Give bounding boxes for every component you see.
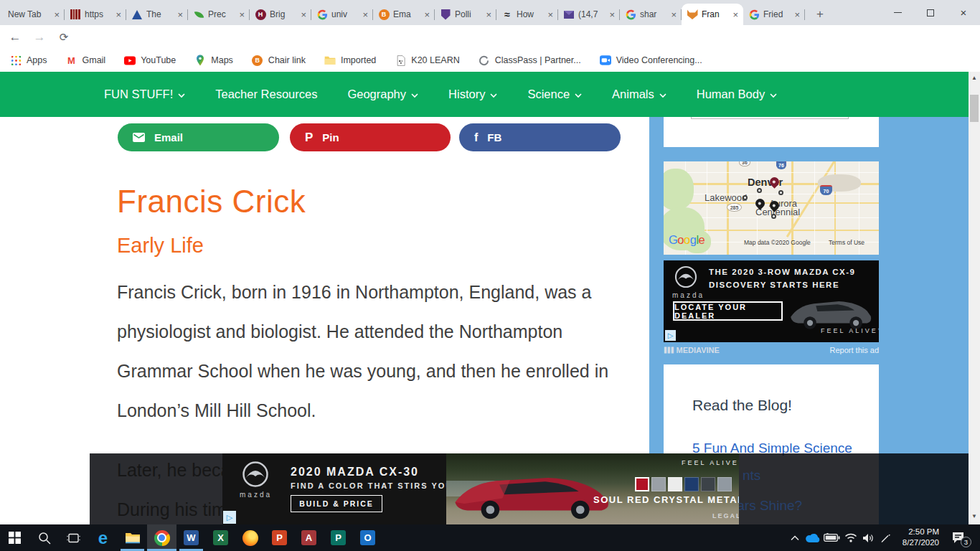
battery-icon[interactable]: [822, 524, 841, 551]
color-swatch[interactable]: [701, 477, 715, 491]
legal-link[interactable]: LEGAL: [712, 512, 739, 519]
taskbar-chrome-icon[interactable]: [147, 524, 176, 551]
bookmark-video-conferencing-[interactable]: Video Conferencing...: [600, 55, 702, 66]
maroon-h-icon: H: [255, 9, 266, 20]
color-swatch[interactable]: [684, 477, 699, 491]
taskbar-task-view-icon[interactable]: [59, 524, 88, 551]
taskbar-outlook-icon[interactable]: O: [353, 524, 382, 551]
scrollbar-thumb[interactable]: [970, 95, 979, 122]
taskbar-excel-icon[interactable]: X: [206, 524, 235, 551]
taskbar-edge-icon[interactable]: e: [88, 524, 118, 551]
browser-tab[interactable]: (14,7×: [558, 4, 620, 25]
back-icon[interactable]: ←: [6, 28, 24, 47]
map-marker-icon[interactable]: [778, 190, 783, 195]
taskbar-word-icon[interactable]: W: [176, 524, 206, 551]
build-price-button[interactable]: BUILD & PRICE: [291, 495, 382, 512]
google-logo[interactable]: Google: [669, 233, 705, 247]
tab-close-icon[interactable]: ×: [362, 10, 368, 19]
browser-tab[interactable]: The×: [126, 4, 188, 25]
adchoices-icon[interactable]: ▷: [223, 511, 236, 524]
taskbar-publisher-icon[interactable]: P: [324, 524, 353, 551]
map-terms-link[interactable]: Terms of Use: [829, 239, 864, 246]
bookmark-youtube[interactable]: YouTube: [124, 55, 176, 66]
onedrive-icon[interactable]: [804, 524, 822, 551]
taskbar-start-icon[interactable]: [0, 524, 29, 551]
taskbar-powerpoint-icon[interactable]: P: [265, 524, 294, 551]
browser-tab[interactable]: Prec×: [188, 4, 250, 25]
taskbar-firefox-icon[interactable]: [235, 524, 265, 551]
browser-tab[interactable]: HBrig×: [250, 4, 311, 25]
tab-close-icon[interactable]: ×: [732, 10, 738, 19]
window-close-button[interactable]: ×: [947, 0, 980, 25]
tab-close-icon[interactable]: ×: [609, 10, 615, 19]
blog-link-fragment[interactable]: nts: [743, 468, 760, 484]
map-ad[interactable]: DenverLakewoodAuroraCentennial367670285G…: [664, 161, 879, 255]
share-pin-button[interactable]: PPin: [290, 123, 451, 151]
tab-close-icon[interactable]: ×: [54, 10, 60, 19]
taskbar-file-explorer-icon[interactable]: [118, 524, 147, 551]
adchoices-icon[interactable]: ▷: [665, 330, 676, 341]
hidden-icons-chevron-icon[interactable]: [788, 524, 802, 551]
window-maximize-button[interactable]: [914, 0, 947, 25]
map-marker-icon[interactable]: [757, 188, 762, 193]
nav-item-label: Science: [527, 88, 570, 101]
taskbar-access-icon[interactable]: A: [294, 524, 324, 551]
browser-tab[interactable]: https×: [65, 4, 126, 25]
browser-tab[interactable]: shar×: [620, 4, 682, 25]
tab-close-icon[interactable]: ×: [301, 10, 306, 19]
tab-close-icon[interactable]: ×: [794, 10, 800, 19]
volume-icon[interactable]: [859, 524, 877, 551]
color-swatch[interactable]: [668, 477, 682, 491]
browser-tab[interactable]: Fried×: [743, 4, 805, 25]
color-swatch[interactable]: [651, 477, 666, 491]
browser-tab[interactable]: Polli×: [435, 4, 496, 25]
map-marker-icon[interactable]: [743, 195, 748, 200]
nav-item-science[interactable]: Science: [527, 88, 582, 101]
tab-close-icon[interactable]: ×: [239, 10, 245, 19]
tab-close-icon[interactable]: ×: [177, 10, 183, 19]
taskbar-search-icon[interactable]: [29, 524, 59, 551]
locate-dealer-button[interactable]: LOCATE YOUR DEALER: [673, 301, 783, 321]
nav-item-geography[interactable]: Geography: [347, 88, 418, 101]
mazda-cx30-banner-ad[interactable]: mazda 2020 MAZDA CX-30 FIND A COLOR THAT…: [222, 453, 739, 524]
browser-tab[interactable]: Fran×: [682, 4, 743, 25]
bookmark-maps[interactable]: Maps: [194, 55, 233, 66]
tab-close-icon[interactable]: ×: [486, 10, 491, 19]
scroll-down-icon[interactable]: ▼: [969, 513, 980, 519]
nav-item-human-body[interactable]: Human Body: [697, 88, 777, 101]
bookmark-chair-link[interactable]: BChair link: [252, 55, 306, 66]
taskbar-clock[interactable]: 2:50 PM 8/27/2020: [892, 527, 939, 548]
browser-tab[interactable]: ≈How×: [496, 4, 558, 25]
report-this-ad-link[interactable]: Report this ad: [830, 346, 879, 354]
nav-item-history[interactable]: History: [448, 88, 497, 101]
scroll-up-icon[interactable]: ▲: [969, 75, 980, 81]
nav-item-animals[interactable]: Animals: [612, 88, 666, 101]
browser-tab[interactable]: BEma×: [373, 4, 435, 25]
tab-close-icon[interactable]: ×: [671, 10, 677, 19]
share-fb-button[interactable]: fFB: [459, 123, 621, 151]
window-minimize-button[interactable]: [881, 0, 914, 25]
share-email-button[interactable]: Email: [118, 123, 279, 151]
color-swatch[interactable]: [717, 477, 732, 491]
color-swatch[interactable]: [635, 477, 649, 491]
wifi-icon[interactable]: [842, 524, 859, 551]
blog-link-fragment[interactable]: tars Shine?: [733, 498, 802, 514]
new-tab-button[interactable]: +: [811, 5, 829, 24]
tab-close-icon[interactable]: ×: [424, 10, 430, 19]
bookmark-gmail[interactable]: MGmail: [66, 55, 106, 66]
tab-close-icon[interactable]: ×: [116, 10, 121, 19]
page-scrollbar[interactable]: ▲ ▼: [969, 72, 980, 524]
mazda-cx9-ad[interactable]: mazda THE 2020 3-ROW MAZDA CX-9 DISCOVER…: [664, 260, 879, 342]
tab-close-icon[interactable]: ×: [547, 10, 553, 19]
bookmark-imported[interactable]: Imported: [324, 55, 376, 66]
bookmark-k20-learn[interactable]: K20 LEARN: [395, 55, 459, 66]
forward-icon[interactable]: →: [30, 28, 49, 47]
map-marker-icon[interactable]: [771, 214, 776, 219]
bookmark-classpass-partner-[interactable]: ClassPass | Partner...: [479, 55, 581, 66]
bookmark-apps[interactable]: Apps: [10, 55, 47, 66]
browser-tab[interactable]: univ×: [311, 4, 373, 25]
reload-icon[interactable]: ⟳: [55, 28, 73, 47]
browser-tab[interactable]: New Tab×: [3, 4, 65, 25]
nav-item-teacher-resources[interactable]: Teacher Resources: [215, 88, 317, 101]
nav-item-fun-stuff-[interactable]: FUN STUFF!: [104, 88, 185, 101]
